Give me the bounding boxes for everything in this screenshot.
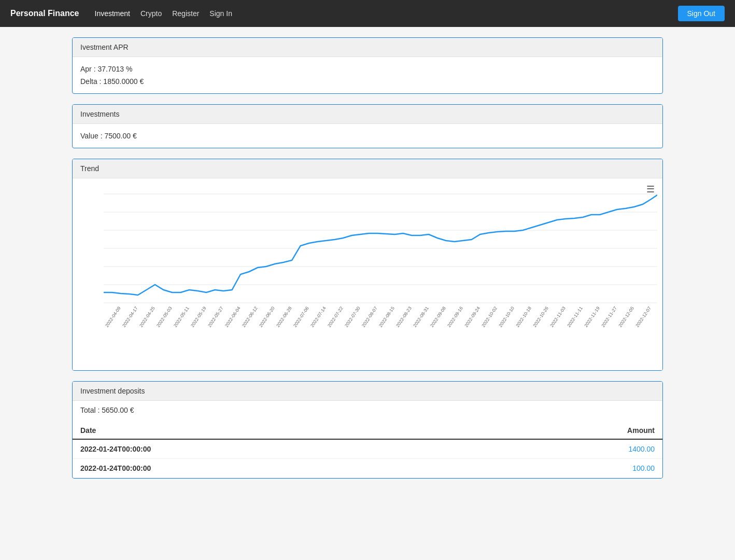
apr-card: Ivestment APR Apr : 37.7013 % Delta : 18… <box>72 37 663 94</box>
svg-text:2022-10-02: 2022-10-02 <box>480 305 498 328</box>
deposit-amount: 100.00 <box>466 459 662 478</box>
investments-card-header: Investments <box>73 105 662 124</box>
deposits-card-header: Investment deposits <box>73 382 662 401</box>
trend-card: Trend ☰ 8000 7000 6000 5000 4000 3000 20… <box>72 159 663 371</box>
deposits-table: Date Amount 2022-01-24T00:00:001400.0020… <box>73 422 662 478</box>
svg-text:2022-06-04: 2022-06-04 <box>224 305 242 328</box>
svg-text:2022-10-26: 2022-10-26 <box>532 305 549 328</box>
nav-register[interactable]: Register <box>172 9 199 18</box>
nav-signin[interactable]: Sign In <box>209 9 232 18</box>
signout-button[interactable]: Sign Out <box>678 6 725 21</box>
svg-text:2022-11-19: 2022-11-19 <box>583 305 601 328</box>
svg-text:2022-07-30: 2022-07-30 <box>344 305 361 328</box>
navbar: Personal Finance Investment Crypto Regis… <box>0 0 735 27</box>
svg-text:2022-07-14: 2022-07-14 <box>309 305 327 328</box>
apr-value: Apr : 37.7013 % <box>80 65 655 73</box>
trend-card-header: Trend <box>73 159 662 178</box>
svg-text:2022-06-20: 2022-06-20 <box>258 305 276 328</box>
svg-text:2022-08-31: 2022-08-31 <box>412 305 430 328</box>
svg-text:2022-08-15: 2022-08-15 <box>378 305 395 328</box>
investments-value: Value : 7500.00 € <box>80 132 655 140</box>
svg-text:2022-07-06: 2022-07-06 <box>292 305 310 328</box>
svg-text:2022-12-07: 2022-12-07 <box>634 305 652 328</box>
svg-text:2022-07-22: 2022-07-22 <box>327 305 344 328</box>
svg-text:2022-12-05: 2022-12-05 <box>617 305 635 328</box>
table-row: 2022-01-24T00:00:001400.00 <box>73 439 662 459</box>
svg-text:2022-09-24: 2022-09-24 <box>463 305 481 328</box>
investments-card: Investments Value : 7500.00 € <box>72 104 663 148</box>
table-row: 2022-01-24T00:00:00100.00 <box>73 459 662 478</box>
col-date: Date <box>73 422 466 439</box>
svg-text:2022-10-10: 2022-10-10 <box>498 305 515 328</box>
svg-text:2022-08-23: 2022-08-23 <box>395 305 413 328</box>
trend-chart: 8000 7000 6000 5000 4000 3000 2000 2022-… <box>104 184 657 329</box>
deposits-card: Investment deposits Total : 5650.00 € Da… <box>72 381 663 479</box>
deposits-total: Total : 5650.00 € <box>73 401 662 422</box>
apr-delta: Delta : 1850.0000 € <box>80 77 655 86</box>
main-content: Ivestment APR Apr : 37.7013 % Delta : 18… <box>56 27 679 499</box>
svg-text:2022-09-16: 2022-09-16 <box>446 305 464 328</box>
svg-text:2022-05-19: 2022-05-19 <box>190 305 207 328</box>
svg-text:2022-04-25: 2022-04-25 <box>138 305 156 328</box>
chart-container: ☰ 8000 7000 6000 5000 4000 3000 2000 <box>73 178 662 370</box>
investments-card-body: Value : 7500.00 € <box>73 124 662 148</box>
svg-text:2022-04-09: 2022-04-09 <box>104 305 122 328</box>
svg-text:2022-06-28: 2022-06-28 <box>275 305 293 328</box>
col-amount: Amount <box>466 422 662 439</box>
svg-text:2022-08-07: 2022-08-07 <box>361 305 378 328</box>
apr-card-body: Apr : 37.7013 % Delta : 1850.0000 € <box>73 57 662 93</box>
svg-text:2022-10-18: 2022-10-18 <box>515 305 532 328</box>
deposit-date: 2022-01-24T00:00:00 <box>73 439 466 459</box>
apr-card-header: Ivestment APR <box>73 38 662 57</box>
svg-text:2022-05-11: 2022-05-11 <box>173 305 190 328</box>
svg-text:2022-11-27: 2022-11-27 <box>600 305 618 328</box>
brand: Personal Finance <box>10 9 79 18</box>
table-header-row: Date Amount <box>73 422 662 439</box>
nav-investment[interactable]: Investment <box>95 9 130 18</box>
nav-crypto[interactable]: Crypto <box>140 9 162 18</box>
deposit-amount: 1400.00 <box>466 439 662 459</box>
svg-text:2022-05-27: 2022-05-27 <box>207 305 224 328</box>
svg-text:2022-11-11: 2022-11-11 <box>566 305 584 328</box>
chart-menu-icon[interactable]: ☰ <box>646 184 655 195</box>
deposit-date: 2022-01-24T00:00:00 <box>73 459 466 478</box>
svg-text:2022-11-03: 2022-11-03 <box>549 305 567 328</box>
svg-text:2022-09-08: 2022-09-08 <box>429 305 447 328</box>
svg-text:2022-06-12: 2022-06-12 <box>241 305 259 328</box>
svg-text:2022-04-17: 2022-04-17 <box>121 305 139 328</box>
svg-text:2022-05-03: 2022-05-03 <box>156 305 173 328</box>
